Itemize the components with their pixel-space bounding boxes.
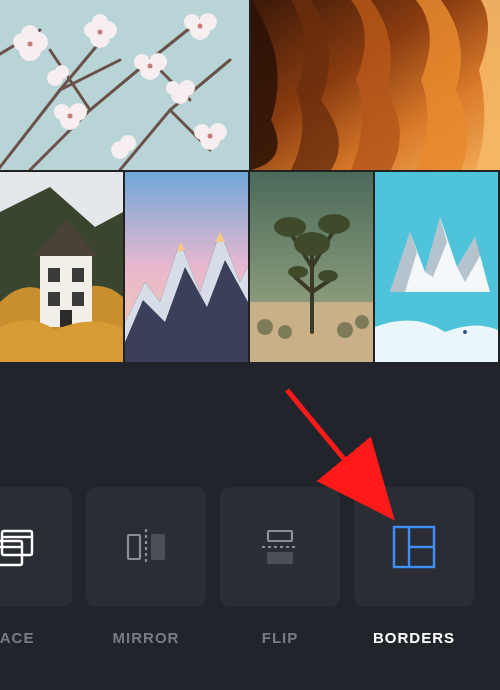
svg-rect-56	[2, 531, 32, 555]
gallery-thumb[interactable]	[0, 0, 249, 170]
svg-point-28	[28, 42, 33, 47]
svg-point-10	[149, 53, 167, 71]
svg-point-50	[318, 214, 350, 234]
svg-point-30	[148, 64, 153, 69]
tool-tile-replace[interactable]	[0, 487, 72, 607]
svg-point-25	[166, 81, 180, 95]
photo-gallery	[0, 0, 500, 362]
svg-point-4	[21, 25, 39, 43]
svg-point-24	[179, 80, 195, 96]
svg-point-19	[69, 103, 87, 121]
gallery-thumb[interactable]	[0, 172, 123, 362]
tool-label: BORDERS	[373, 629, 455, 646]
tool-mirror: MIRROR	[86, 487, 206, 646]
svg-point-32	[208, 134, 213, 139]
svg-rect-59	[152, 535, 164, 559]
svg-point-46	[278, 325, 292, 339]
svg-rect-38	[72, 268, 84, 282]
tool-tile-flip[interactable]	[220, 487, 340, 607]
svg-rect-62	[268, 553, 292, 563]
svg-point-33	[68, 114, 73, 119]
gallery-thumb[interactable]	[125, 172, 248, 362]
tool-tile-mirror[interactable]	[86, 487, 206, 607]
tool-label: FLIP	[262, 629, 299, 646]
tool-tile-borders[interactable]	[354, 487, 474, 607]
svg-point-13	[199, 13, 217, 31]
gallery-thumb[interactable]	[375, 172, 498, 362]
svg-rect-37	[48, 268, 60, 282]
svg-point-49	[274, 217, 306, 237]
svg-point-8	[92, 14, 108, 30]
tool-replace: LACE	[0, 487, 72, 646]
svg-point-53	[318, 270, 338, 282]
svg-point-45	[257, 319, 273, 335]
svg-rect-58	[128, 535, 140, 559]
gallery-thumb[interactable]	[251, 0, 500, 170]
editor-toolbar: LACE MIRROR	[0, 362, 500, 690]
tool-label: LACE	[0, 629, 34, 646]
borders-icon	[391, 524, 437, 570]
flip-icon	[256, 527, 304, 567]
mirror-icon	[122, 527, 170, 567]
svg-rect-57	[0, 541, 22, 565]
svg-point-22	[120, 135, 136, 151]
svg-rect-39	[48, 292, 60, 306]
svg-point-55	[463, 330, 467, 334]
svg-rect-40	[72, 292, 84, 306]
gallery-thumb[interactable]	[250, 172, 373, 362]
svg-rect-61	[268, 531, 292, 541]
svg-point-20	[54, 104, 70, 120]
svg-point-47	[337, 322, 353, 338]
svg-point-27	[55, 65, 69, 79]
replace-icon	[0, 525, 36, 569]
tool-flip: FLIP	[220, 487, 340, 646]
svg-point-11	[134, 54, 150, 70]
svg-point-48	[355, 315, 369, 329]
tool-borders: BORDERS	[354, 487, 474, 646]
svg-point-14	[184, 14, 200, 30]
svg-point-31	[198, 24, 203, 29]
tool-label: MIRROR	[113, 629, 180, 646]
svg-point-29	[98, 30, 103, 35]
svg-point-17	[194, 124, 210, 140]
svg-point-16	[209, 123, 227, 141]
svg-point-51	[294, 232, 330, 256]
svg-point-52	[288, 266, 308, 278]
